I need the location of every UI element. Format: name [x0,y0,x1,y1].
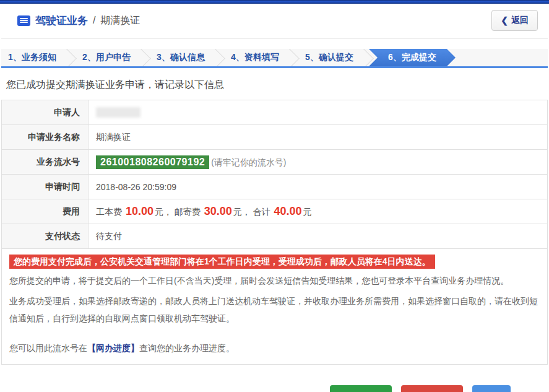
continue-payment-button[interactable]: ¥ 继续支付 [330,385,392,392]
step-item-1: 1、业务须知 [1,49,63,66]
page: 驾驶证业务 / 期满换证 ❮ 返回 1、业务须知 2、用户申告 3、确认信息 4… [0,4,549,392]
success-message: 您已成功提交期满换证业务申请，请记录以下信息 [1,79,548,92]
table-row-status: 支付状态 待支付 [2,224,548,249]
step-separator-icon [137,49,150,66]
row-label: 费用 [2,199,89,224]
step-separator-icon [212,49,224,66]
table-row-applicant: 申请人 [2,100,548,125]
serial-value-cell: 261001808260079192(请牢记你的流水号) [89,150,548,175]
progress-note-prefix: 您可以用此流水号在 [9,343,87,353]
breadcrumb-separator: / [93,15,95,26]
step-separator-icon [360,49,373,66]
application-info-table: 申请人 申请业务名称 期满换证 业务流水号 261001808260079192… [1,100,548,249]
table-row-business: 申请业务名称 期满换证 [2,125,548,150]
breadcrumb: 驾驶证业务 / 期满换证 [17,14,140,28]
back-button-bottom[interactable]: 返回 [472,385,511,392]
fee-unit: 元， [233,207,251,217]
step-item-2: 2、用户申告 [76,49,137,66]
application-time-value: 2018-08-26 20:59:09 [89,175,548,199]
page-title-secondary: 期满换证 [100,14,140,27]
step-item-6-active: 6、完成提交 [369,49,456,66]
applicant-name-redacted [96,107,140,118]
step-item-4: 4、资料填写 [224,49,286,66]
header: 驾驶证业务 / 期满换证 ❮ 返回 [1,4,548,39]
fee-work-label: 工本费 [96,207,122,217]
document-list-icon [17,15,30,26]
back-button-top[interactable]: ❮ 返回 [491,10,538,31]
fee-post-amount: 30.00 [204,205,232,217]
row-label: 申请人 [2,100,89,125]
notes-panel: 您的费用支付完成后，公安机关交通管理部门将在1个工作日内受理，受理成功后，邮政人… [1,248,548,365]
serial-note: (请牢记你的流水号) [211,157,286,167]
progress-menu-reference: 【网办进度】 [87,343,139,353]
payment-status-value: 待支付 [89,224,548,249]
applicant-value [89,100,548,125]
row-label: 业务流水号 [2,150,89,175]
note-paragraph-1: 您所提交的申请，将于提交后的一个工作日(不含当天)受理，届时会发送短信告知受理结… [9,272,540,289]
table-row-time: 申请时间 2018-08-26 20:59:09 [2,175,548,199]
back-button-label: 返回 [511,15,529,26]
fee-unit: 元， [155,207,172,217]
page-title-primary: 驾驶证业务 [35,14,88,28]
warning-banner: 您的费用支付完成后，公安机关交通管理部门将在1个工作日内受理，受理成功后，邮政人… [9,255,435,269]
fee-total-amount: 40.00 [274,205,302,217]
business-name-value: 期满换证 [89,125,548,150]
fee-unit: 元 [303,207,312,217]
serial-number-badge: 261001808260079192 [96,155,209,169]
progress-note-suffix: 查询您的业务办理进度。 [139,343,235,353]
table-row-fee: 费用 工本费 10.00元， 邮寄费 30.00元， 合计 40.00元 [2,199,548,224]
row-label: 支付状态 [2,224,89,249]
fee-value-cell: 工本费 10.00元， 邮寄费 30.00元， 合计 40.00元 [89,199,548,224]
note-paragraph-2: 业务成功受理后，如果选择邮政寄递的，邮政人员将上门送达机动车驾驶证，并收取办理业… [9,292,540,327]
fee-total-label: 合计 [253,207,270,217]
cancel-payment-button[interactable]: ¥ 取消支付 [401,385,463,392]
progress-note: 您可以用此流水号在【网办进度】查询您的业务办理进度。 [9,343,540,354]
table-row-serial: 业务流水号 261001808260079192(请牢记你的流水号) [2,150,548,175]
step-separator-icon [286,49,298,66]
fee-work-amount: 10.00 [126,205,153,217]
step-separator-icon [63,49,76,66]
chevron-left-icon: ❮ [501,15,508,25]
step-wizard: 1、业务须知 2、用户申告 3、确认信息 4、资料填写 5、确认提交 6、完成提… [1,49,548,68]
step-item-3: 3、确认信息 [150,49,212,66]
action-button-row: ¥ 继续支付 ¥ 取消支付 返回 [1,385,548,392]
row-label: 申请时间 [2,175,89,199]
step-item-5: 5、确认提交 [298,49,360,66]
fee-post-label: 邮寄费 [175,207,201,217]
row-label: 申请业务名称 [2,125,89,150]
